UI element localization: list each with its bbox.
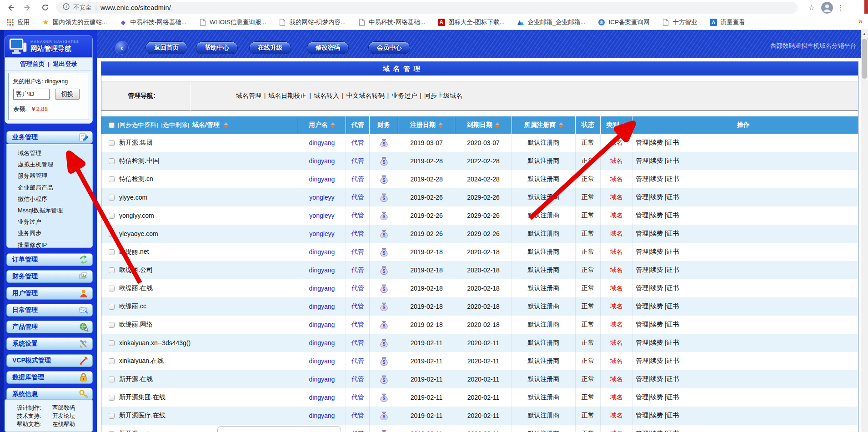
money-bag-icon[interactable]: $: [380, 375, 388, 384]
username-link[interactable]: dingyang: [309, 248, 335, 256]
money-bag-icon[interactable]: $: [380, 412, 388, 420]
sidebar-item[interactable]: 服务器管理: [7, 170, 92, 181]
row-checkbox[interactable]: [109, 322, 115, 328]
topnav-button[interactable]: 帮助中心: [196, 41, 238, 54]
agent-link[interactable]: 代管: [351, 284, 364, 292]
ops-links[interactable]: 管理|续费 |证书: [632, 388, 858, 407]
category-link[interactable]: 域名: [610, 248, 623, 256]
sort-icon[interactable]: [622, 122, 627, 128]
sidebar-item[interactable]: 企业邮局产品: [7, 182, 92, 193]
category-link[interactable]: 域名: [610, 375, 623, 383]
category-link[interactable]: 域名: [610, 157, 623, 165]
scroll-up-icon[interactable]: ▲: [861, 30, 868, 38]
forward-icon[interactable]: [21, 1, 35, 15]
agent-link[interactable]: 代管: [351, 339, 364, 347]
row-checkbox[interactable]: [109, 395, 115, 401]
money-bag-icon[interactable]: $: [380, 193, 388, 202]
sidebar-item[interactable]: 虚拟主机管理: [7, 159, 92, 170]
column-header[interactable]: 到期日期: [455, 116, 512, 134]
ops-links[interactable]: 管理|续费 |证书: [632, 261, 858, 279]
sort-icon[interactable]: [559, 122, 563, 128]
row-checkbox[interactable]: [109, 286, 115, 291]
sidebar-section-business[interactable]: 业务管理: [6, 131, 93, 144]
sidebar-section-9[interactable]: 系统信息: [6, 388, 93, 401]
ops-links[interactable]: 管理|续费 |证书: [632, 316, 858, 334]
money-bag-icon[interactable]: $: [380, 248, 388, 256]
logout-link[interactable]: 退出登录: [53, 60, 77, 68]
username-link[interactable]: dingyang: [309, 285, 335, 292]
money-bag-icon[interactable]: $: [380, 230, 388, 238]
topnav-button[interactable]: 会员中心: [368, 41, 410, 54]
bookmark-item[interactable]: ◆中易科技-网络基础...: [119, 18, 186, 26]
agent-link[interactable]: 代管: [351, 321, 364, 329]
money-bag-icon[interactable]: $: [380, 157, 388, 166]
address-bar[interactable]: 不安全 | www.enic.co/siteadmin/: [56, 2, 798, 14]
topnav-button[interactable]: 返回首页: [146, 41, 187, 54]
category-link[interactable]: 域名: [610, 211, 623, 220]
info-icon[interactable]: [63, 3, 70, 12]
ops-links[interactable]: 管理|续费 |证书: [632, 243, 858, 261]
row-checkbox[interactable]: [109, 213, 115, 219]
avatar[interactable]: [821, 2, 833, 14]
category-link[interactable]: 域名: [610, 302, 623, 311]
sidebar-section-2[interactable]: 财务管理: [6, 270, 93, 283]
ops-links[interactable]: 管理|续费 |证书: [632, 188, 858, 206]
manage-nav-link[interactable]: 域名转入: [314, 92, 339, 99]
category-link[interactable]: 域名: [610, 357, 623, 365]
username-link[interactable]: yongleyy: [309, 212, 334, 219]
agent-link[interactable]: 代管: [351, 430, 364, 432]
row-checkbox[interactable]: [109, 195, 115, 201]
username-link[interactable]: dingyang: [309, 266, 335, 274]
ops-links[interactable]: 管理|续费 |证书: [632, 170, 858, 188]
sync-selected-link[interactable]: [同步选中资料]: [118, 121, 158, 129]
column-header[interactable]: 类别: [601, 116, 632, 134]
money-bag-icon[interactable]: $: [380, 393, 388, 402]
agent-link[interactable]: 代管: [351, 357, 364, 365]
category-link[interactable]: 域名: [610, 284, 623, 292]
bookmark-item[interactable]: 十方智业: [662, 18, 697, 26]
column-header[interactable]: 注册日期: [398, 116, 455, 134]
username-link[interactable]: dingyang: [309, 357, 335, 365]
money-bag-icon[interactable]: $: [380, 430, 388, 432]
delete-selected-link[interactable]: [选中删除]: [161, 121, 190, 129]
page-scrollbar[interactable]: ▲: [861, 30, 868, 432]
ops-links[interactable]: 管理|续费 |证书: [632, 352, 858, 370]
bookmark-item[interactable]: Λ流量查看: [710, 18, 745, 26]
ops-links[interactable]: 管理|续费 |证书: [632, 279, 858, 297]
ops-links[interactable]: 管理|续费 |证书: [632, 425, 858, 432]
row-checkbox[interactable]: [109, 249, 115, 255]
agent-link[interactable]: 代管: [351, 175, 364, 183]
ops-links[interactable]: 管理|续费 |证书: [632, 407, 858, 425]
sidebar-item[interactable]: 域名管理: [7, 147, 92, 159]
agent-link[interactable]: 代管: [351, 412, 364, 420]
scrollbar-thumb[interactable]: [862, 39, 867, 79]
agent-link[interactable]: 代管: [351, 375, 364, 383]
kebab-menu-icon[interactable]: ⋮: [834, 1, 848, 15]
sort-icon[interactable]: [331, 122, 335, 128]
category-link[interactable]: 域名: [610, 175, 623, 183]
topnav-button[interactable]: 修改密码: [307, 41, 349, 54]
sidebar-item[interactable]: 批量修改IP: [7, 239, 92, 251]
money-bag-icon[interactable]: $: [380, 266, 388, 275]
category-link[interactable]: 域名: [610, 393, 623, 402]
bookmark-item[interactable]: ★国内领先的云建站...: [42, 18, 107, 26]
row-checkbox[interactable]: [109, 231, 115, 237]
sidebar-section-4[interactable]: 日常管理: [6, 304, 93, 316]
row-checkbox[interactable]: [109, 158, 115, 164]
money-bag-icon[interactable]: $: [380, 139, 388, 147]
back-icon[interactable]: [4, 1, 17, 15]
agent-link[interactable]: 代管: [351, 230, 364, 238]
sidebar-section-7[interactable]: VCP模式管理: [6, 354, 93, 367]
username-link[interactable]: dingyang: [309, 412, 335, 419]
sidebar-item[interactable]: 业务同步: [7, 227, 92, 239]
manage-nav-link[interactable]: 同步上级域名: [424, 92, 462, 99]
manage-nav-link[interactable]: 域名日期校正: [268, 92, 306, 99]
agent-link[interactable]: 代管: [351, 211, 364, 220]
money-bag-icon[interactable]: $: [380, 302, 388, 311]
row-checkbox[interactable]: [109, 340, 115, 346]
category-link[interactable]: 域名: [610, 230, 623, 238]
money-bag-icon[interactable]: $: [380, 211, 388, 220]
bookmark-item[interactable]: A图标大全-图标下载...: [437, 18, 505, 26]
ops-links[interactable]: 管理|续费 |证书: [632, 334, 858, 352]
username-link[interactable]: dingyang: [309, 376, 335, 383]
